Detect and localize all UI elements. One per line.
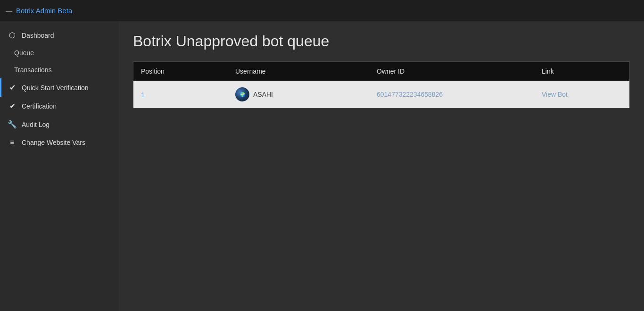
main-content: Botrix Unapproved bot queue Position Use…: [119, 21, 644, 311]
sidebar-label-audit-log: Audit Log: [22, 121, 50, 128]
sidebar-item-audit-log[interactable]: 🔧 Audit Log: [0, 115, 119, 134]
sidebar-item-transactions[interactable]: Transactions: [0, 61, 119, 78]
certification-icon: ✔: [8, 101, 17, 110]
table-row: 1 🌍 ASAHI 601477322234658826 View Bot: [133, 81, 629, 108]
sidebar-item-quick-start-verification[interactable]: ✔ Quick Start Verification: [0, 78, 119, 97]
username-text: ASAHI: [253, 91, 273, 98]
sidebar: ⬡ Dashboard Queue Transactions ✔ Quick S…: [0, 21, 119, 311]
sidebar-label-quick-start: Quick Start Verification: [22, 84, 89, 92]
table-header: Position Username Owner ID Link: [133, 62, 629, 81]
website-vars-icon: ≡: [8, 138, 17, 147]
avatar: 🌍: [235, 87, 249, 101]
quick-start-icon: ✔: [8, 83, 17, 92]
sidebar-label-website-vars: Change Website Vars: [22, 139, 85, 146]
sidebar-item-change-website-vars[interactable]: ≡ Change Website Vars: [0, 134, 119, 151]
col-header-position: Position: [141, 67, 235, 75]
view-bot-link[interactable]: View Bot: [542, 91, 568, 98]
bot-queue-table: Position Username Owner ID Link 1 🌍 ASAH…: [133, 61, 630, 109]
dashboard-icon: ⬡: [8, 31, 17, 40]
sidebar-label-certification: Certification: [22, 102, 57, 110]
sidebar-label-queue: Queue: [14, 49, 34, 57]
col-header-username: Username: [235, 67, 377, 75]
sidebar-item-dashboard[interactable]: ⬡ Dashboard: [0, 26, 119, 44]
page-title: Botrix Unapproved bot queue: [133, 33, 630, 50]
main-layout: ⬡ Dashboard Queue Transactions ✔ Quick S…: [0, 21, 644, 311]
cell-username: 🌍 ASAHI: [235, 87, 377, 101]
col-header-owner-id: Owner ID: [377, 67, 542, 75]
col-header-link: Link: [542, 67, 622, 75]
sidebar-item-certification[interactable]: ✔ Certification: [0, 97, 119, 115]
topbar-icon: —: [6, 7, 12, 15]
sidebar-label-transactions: Transactions: [14, 66, 52, 74]
topbar: — Botrix Admin Beta: [0, 0, 644, 21]
sidebar-label-dashboard: Dashboard: [22, 32, 54, 39]
audit-log-icon: 🔧: [8, 120, 17, 129]
cell-owner-id: 601477322234658826: [377, 91, 542, 98]
cell-position: 1: [141, 91, 235, 99]
cell-link[interactable]: View Bot: [542, 91, 622, 98]
sidebar-item-queue[interactable]: Queue: [0, 44, 119, 61]
app-title: Botrix Admin Beta: [16, 7, 72, 15]
